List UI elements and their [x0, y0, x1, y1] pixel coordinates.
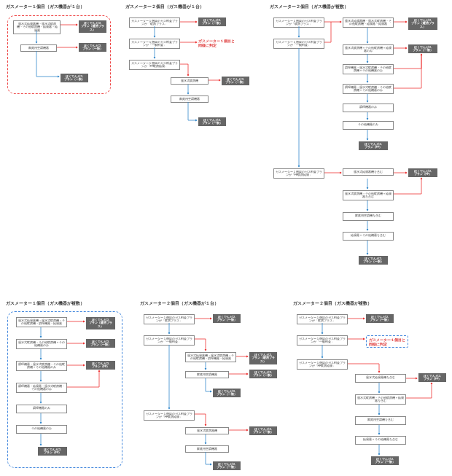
- A-l1: ほくでんガスプラン（暖房プラス）: [79, 20, 106, 33]
- D-n2: 温水式暖房機・その他暖房機＋その他機器のみ: [16, 339, 67, 349]
- F-s4: 給湯器＋その他機器を含む: [355, 436, 406, 445]
- C-r2: 温水式暖房機＋その他暖房機＋給湯器のみ: [343, 44, 394, 55]
- C-l3: ほくでんガスプラン（FF）: [408, 168, 437, 177]
- F-s3: 家庭用空調機を含む: [355, 416, 406, 425]
- C-s2: 温水式暖房機・その他暖房機＋給湯器を含む: [343, 190, 394, 200]
- E-l2b: ほくでんガスプラン（一般）: [213, 389, 241, 397]
- F-note: ガスメーター１個目と同様に判定: [366, 335, 408, 348]
- title-F: ガスメーター２個目（ガス機器が複数）: [293, 301, 450, 306]
- C-q3: ガスメーター１個目のガス料金プランが「FF暖房給湯」: [273, 168, 324, 179]
- chart-F: ガスメーター２個目（ガス機器が複数） ガスメーター１個目のガス料金プランが「暖房…: [293, 301, 450, 472]
- F-q3: ガスメーター１個目のガス料金プランが「FF暖房給湯」: [297, 359, 348, 370]
- C-s4: 給湯器＋その他機器を含む: [343, 232, 394, 241]
- chart-C: ガスメーター２個目（ガス機器が複数） ガスメーター１個目のガス料金プランが「暖房…: [270, 4, 448, 292]
- E-q1: ガスメーター１個目のガス料金プランが「暖房プラス」: [144, 314, 195, 324]
- E-q2: ガスメーター１個目のガス料金プランが「一般料金」: [144, 335, 195, 346]
- title-C: ガスメーター２個目（ガス機器が複数）: [270, 4, 448, 9]
- C-q2: ガスメーター１個目のガス料金プランが「一般料金」: [273, 39, 324, 49]
- B-l3: ほくでんガスプラン（一般）: [198, 117, 226, 126]
- chart-E: ガスメーター２個目（ガス機器が１台） ガスメーター１個目のガス料金プランが「暖房…: [140, 301, 278, 472]
- title-A: ガスメーター１個目（ガス機器が１台）: [6, 4, 115, 9]
- A-n2: 家庭用空調機器: [20, 44, 57, 52]
- B-q1: ガスメーター１個目のガス料金プランが「暖房プラス」: [129, 17, 180, 28]
- F-s2: 温水式暖房機・その他暖房機＋給湯器を含む: [355, 394, 406, 405]
- E-n1: 温水式給湯器機・温水式暖房機・その他暖房機・調理機器・給湯器: [185, 352, 236, 362]
- D-l4: ほくでんガスプラン（FF）: [38, 447, 67, 456]
- C-l1b: ほくでんガスプラン（一般）: [408, 44, 437, 53]
- D-l1: ほくでんガスプラン（暖房プラス）: [86, 317, 115, 329]
- A-l3: ほくでんガスプラン（一般）: [61, 74, 88, 82]
- F-s1: 温水式給湯器機を含む: [355, 374, 406, 383]
- chart-D: ガスメーター１個目（ガス機器が複数） 温水式給湯器機・温水式暖房機・その他暖房機…: [6, 301, 126, 472]
- title-D: ガスメーター１個目（ガス機器が複数）: [6, 301, 126, 306]
- E-l3: ほくでんガスプラン（一般）: [249, 426, 277, 435]
- D-l3: ほくでんガスプラン（FF）: [86, 361, 115, 370]
- E-n4: 家庭用空調機器: [185, 445, 229, 453]
- C-s3: 家庭用空調機を含む: [343, 212, 394, 221]
- B-n1: 温水式暖房機: [171, 77, 209, 85]
- D-n6: その他機器のみ: [16, 425, 67, 434]
- D-l2: ほくでんガスプラン（一般）: [86, 339, 115, 348]
- title-E: ガスメーター２個目（ガス機器が１台）: [140, 301, 278, 306]
- D-n1: 温水式給湯器機・温水式暖房機・その他暖房機・調理機器・給湯器: [16, 317, 67, 327]
- C-l1a: ほくでんガスプラン（暖房プラス）: [408, 17, 437, 30]
- C-q1: ガスメーター１個目のガス料金プランが「暖房プラス」: [273, 17, 324, 28]
- F-l0: ほくでんガスプラン（一般）: [366, 314, 394, 323]
- C-l2: ほくでんガスプラン（FF）: [359, 141, 388, 150]
- F-l2: ほくでんガスプラン（一般）: [371, 456, 399, 465]
- E-l1: ほくでんガスプラン（暖房プラス）: [249, 352, 277, 364]
- B-q2: ガスメーター１個目のガス料金プランが「一般料金」: [129, 39, 180, 49]
- B-n2: 家庭用空調機器: [171, 95, 209, 103]
- arrows-F: [293, 301, 450, 472]
- C-r5: 調理機器のみ: [343, 104, 394, 112]
- C-r3: 調理機器・温水式暖房機・その他暖房機＋その他機器のみ: [343, 64, 394, 74]
- C-l4: ほくでんガスプラン（一般）: [359, 256, 388, 265]
- E-l0: ほくでんガスプラン（一般）: [213, 314, 241, 323]
- E-q3: ガスメーター１個目のガス料金プランが「FF暖房給湯」: [144, 410, 195, 421]
- D-n4: 調理機器・給湯器・温水式暖房機・その他機器のみ: [16, 383, 67, 393]
- chart-A: ガスメーター１個目（ガス機器が１台） 温水式給湯器機・温水式暖房機・その他暖房機…: [6, 4, 115, 114]
- C-s1: 温水式給湯器機を含む: [343, 168, 394, 176]
- C-r4: 調理機器・温水式暖房機・その他暖房機＋その他機器のみ: [343, 84, 394, 94]
- A-l2: ほくでんガスプラン（一般）: [79, 43, 106, 52]
- F-q1: ガスメーター１個目のガス料金プランが「暖房プラス」: [297, 314, 348, 324]
- B-q3: ガスメーター１個目のガス料金プランが「FF暖房給湯」: [129, 60, 180, 70]
- chart-B: ガスメーター２個目（ガス機器が１台） ガスメーター１個目のガス料金プランが「暖房…: [125, 4, 257, 150]
- C-r6: その他機器のみ: [343, 121, 394, 130]
- E-l2: ほくでんガスプラン（一般）: [249, 370, 277, 378]
- F-q2: ガスメーター１個目のガス料金プランが「一般料金」: [297, 335, 348, 346]
- E-n2: 家庭用空調機器: [185, 371, 229, 378]
- C-r1: 温水式給湯器機・温水式暖房機・その他暖房機・給湯器・給湯器: [343, 17, 394, 28]
- E-l4: ほくでんガスプラン（一般）: [213, 461, 241, 470]
- F-l1: ほくでんガスプラン（FF）: [418, 373, 446, 382]
- title-B: ガスメーター２個目（ガス機器が１台）: [125, 4, 257, 9]
- B-l1: ほくでんガスプラン（一般）: [198, 17, 226, 26]
- E-n3: 温水式暖房器機: [185, 427, 229, 434]
- D-n5: 調理機器のみ: [16, 405, 67, 413]
- A-n1: 温水式給湯器機・温水式暖房機・その他暖房機・給湯器・給湯器: [13, 20, 61, 34]
- B-l2: ほくでんガスプラン（一般）: [222, 77, 249, 85]
- B-note: ガスメーター１個目と同様に判定: [198, 39, 235, 47]
- D-n3: 調理機器・温水式暖房機・その他暖房機＋その他機器のみ: [16, 361, 67, 371]
